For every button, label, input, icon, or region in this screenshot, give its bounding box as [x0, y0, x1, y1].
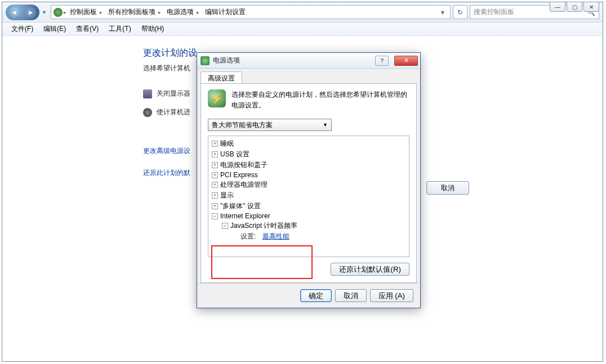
crumb-control-panel[interactable]: 控制面板▸ — [68, 6, 105, 18]
expander-icon[interactable]: + — [212, 141, 218, 147]
power-icon — [200, 56, 210, 65]
tree-processor[interactable]: +处理器电源管理 — [212, 179, 406, 190]
dialog-help-button[interactable]: ? — [375, 56, 389, 66]
refresh-button[interactable]: ↻ — [453, 5, 467, 19]
apply-button[interactable]: 应用 (A) — [370, 289, 413, 302]
crumb-all-items[interactable]: 所有控制面板项▸ — [106, 6, 163, 18]
dialog-close-button[interactable]: ✕ — [394, 56, 418, 66]
tree-multimedia[interactable]: +"多媒体" 设置 — [212, 201, 406, 212]
breadcrumb-dropdown[interactable]: ▾ — [438, 8, 448, 16]
expander-icon[interactable]: + — [212, 172, 218, 178]
breadcrumb[interactable]: ▸ 控制面板▸ 所有控制面板项▸ 电源选项▸ 编辑计划设置 ▾ — [51, 5, 451, 19]
battery-plug-icon: ⚡ — [208, 89, 226, 107]
restore-defaults-button[interactable]: 还原计划默认值(R) — [331, 263, 409, 276]
tree-js-timer-setting[interactable]: 设置: 最高性能 — [212, 231, 406, 242]
menu-bar: 文件(F) 编辑(E) 查看(V) 工具(T) 帮助(H) — [2, 23, 603, 36]
dialog-footer: 确定 取消 应用 (A) — [197, 283, 420, 308]
power-plan-dropdown[interactable]: 鲁大师节能省电方案 ▼ — [208, 119, 332, 131]
tree-pci[interactable]: +PCI Express — [212, 170, 406, 179]
chevron-down-icon: ▼ — [323, 122, 328, 128]
tree-usb[interactable]: +USB 设置 — [212, 149, 406, 160]
display-off-label: 关闭显示器 — [157, 89, 190, 98]
expander-icon[interactable]: + — [212, 162, 218, 168]
menu-help[interactable]: 帮助(H) — [137, 23, 169, 35]
tab-panel-advanced: ⚡ 选择您要自定义的电源计划，然后选择您希望计算机管理的电源设置。 鲁大师节能省… — [200, 83, 417, 283]
expander-icon[interactable]: − — [222, 223, 228, 229]
settings-tree[interactable]: +睡眠 +USB 设置 +电源按钮和盖子 +PCI Express +处理器电源… — [208, 136, 409, 257]
search-placeholder: 搜索控制面板 — [474, 7, 514, 17]
cancel-button[interactable]: 取消 — [335, 289, 367, 302]
menu-edit[interactable]: 编辑(E) — [39, 23, 70, 35]
close-button[interactable]: ✕ — [583, 2, 599, 12]
expander-icon[interactable]: + — [212, 203, 218, 209]
menu-tools[interactable]: 工具(T) — [104, 23, 135, 35]
power-plan-selected: 鲁大师节能省电方案 — [212, 120, 273, 130]
ok-button[interactable]: 确定 — [300, 289, 332, 302]
menu-view[interactable]: 查看(V) — [72, 23, 103, 35]
crumb-power-options[interactable]: 电源选项▸ — [164, 6, 202, 18]
minimize-button[interactable]: — — [550, 2, 565, 12]
expander-icon[interactable]: + — [212, 151, 218, 158]
maximize-button[interactable]: ▢ — [567, 2, 582, 12]
tree-sleep[interactable]: +睡眠 — [212, 138, 406, 149]
window-controls: — ▢ ✕ — [550, 2, 599, 12]
expander-icon[interactable]: + — [212, 192, 218, 199]
menu-file[interactable]: 文件(F) — [7, 23, 38, 35]
dialog-titlebar: 电源选项 ? ✕ — [197, 53, 420, 69]
sleep-label: 使计算机进 — [157, 107, 190, 117]
control-panel-icon — [54, 8, 63, 17]
dialog-title: 电源选项 — [213, 56, 240, 65]
back-button[interactable]: ◄ — [9, 7, 19, 17]
forward-button[interactable]: ► — [26, 7, 36, 17]
explorer-window: — ▢ ✕ ◄ ► ▼ ▸ 控制面板▸ 所有控制面板项▸ 电源选项▸ 编辑计划设… — [2, 2, 603, 362]
expander-icon[interactable]: + — [212, 182, 218, 188]
setting-label: 设置: — [240, 232, 256, 241]
nav-buttons: ◄ ► — [6, 5, 39, 20]
dialog-tabstrip: 高级设置 — [197, 69, 420, 83]
crumb-edit-plan[interactable]: 编辑计划设置 — [203, 6, 248, 18]
power-options-dialog: 电源选项 ? ✕ 高级设置 ⚡ 选择您要自定义的电源计划，然后选择您希望计算机管… — [197, 52, 421, 308]
monitor-icon — [143, 89, 152, 98]
parent-cancel-button[interactable]: 取消 — [426, 181, 469, 195]
nav-history-dropdown[interactable]: ▼ — [42, 10, 48, 15]
moon-icon — [143, 108, 152, 117]
address-bar: ◄ ► ▼ ▸ 控制面板▸ 所有控制面板项▸ 电源选项▸ 编辑计划设置 ▾ ↻ … — [2, 2, 603, 23]
tree-js-timer[interactable]: −JavaScript 计时器频率 — [212, 221, 406, 231]
tree-ie[interactable]: −Internet Explorer — [212, 212, 406, 221]
expander-icon[interactable]: − — [212, 213, 218, 219]
tree-power-button[interactable]: +电源按钮和盖子 — [212, 160, 406, 170]
setting-value[interactable]: 最高性能 — [262, 232, 289, 241]
tree-display[interactable]: +显示 — [212, 190, 406, 201]
dialog-description: 选择您要自定义的电源计划，然后选择您希望计算机管理的电源设置。 — [231, 89, 409, 111]
